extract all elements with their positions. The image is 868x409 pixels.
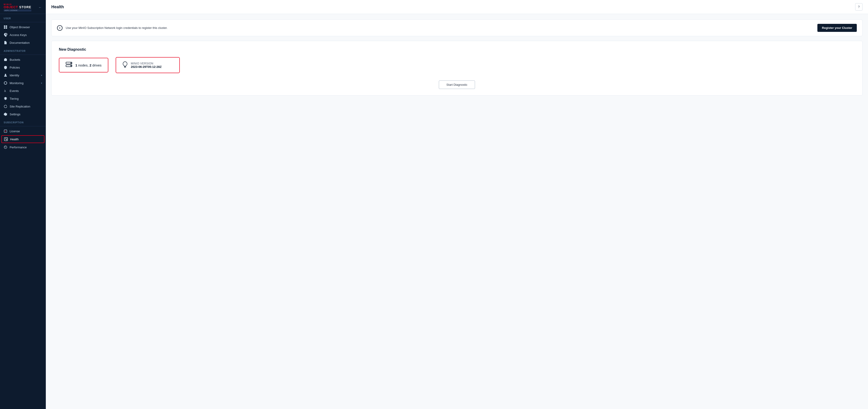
version-info: MinIO VERSION 2023-06-29T05:12:28Z [131, 62, 161, 68]
sidebar-item-identity[interactable]: Identity ▾ [0, 71, 46, 79]
chevron-down-icon: ▾ [41, 82, 42, 84]
sidebar-section-user: User [0, 14, 46, 21]
svg-rect-4 [4, 59, 7, 61]
nodes-value: 1 [75, 63, 77, 67]
grid-icon [4, 25, 7, 29]
nodes-drives-metric: 1 nodes, 2 drives [59, 58, 108, 72]
main-header: Health ? [46, 0, 868, 14]
info-banner: i Use your MinIO Subscription Network lo… [51, 20, 863, 36]
info-icon: i [57, 25, 63, 31]
key-icon [4, 33, 7, 37]
sidebar-item-label: Tiering [10, 97, 42, 100]
svg-point-16 [71, 65, 71, 66]
svg-point-12 [5, 147, 6, 147]
sidebar-item-label: Performance [10, 146, 42, 149]
sidebar-item-settings[interactable]: Settings [0, 110, 46, 118]
sync-icon [4, 105, 7, 108]
lambda-icon: λ [4, 89, 7, 93]
diagnostic-card: New Diagnostic 1 nodes, [51, 41, 863, 96]
doc-icon [4, 41, 7, 45]
sidebar-item-health[interactable]: Health [1, 135, 44, 143]
version-icon [123, 61, 128, 69]
svg-text:λ: λ [4, 89, 6, 93]
sidebar: MINIO OBJECT STORE AGPL LICENSE ← User O… [0, 0, 46, 409]
sidebar-item-license[interactable]: License [0, 127, 46, 135]
gear-icon [4, 112, 7, 116]
sidebar-item-performance[interactable]: Performance [0, 143, 46, 151]
logo-object-store: OBJECT STORE [4, 5, 31, 9]
diagnostic-metrics: 1 nodes, 2 drives [59, 57, 855, 73]
nodes-drives-text: 1 nodes, 2 drives [75, 63, 101, 67]
logo-agpl: AGPL LICENSE [4, 9, 31, 11]
sidebar-item-access-keys[interactable]: Access Keys [0, 31, 46, 39]
version-label: MinIO VERSION [131, 62, 161, 65]
shield-icon [4, 65, 7, 69]
main-body: i Use your MinIO Subscription Network lo… [46, 14, 868, 409]
bucket-icon [4, 58, 7, 61]
start-diagnostic-button[interactable]: Start Diagnostic [439, 81, 475, 89]
license-icon [4, 129, 7, 133]
page-title: Health [51, 5, 64, 9]
diagnostic-title: New Diagnostic [59, 48, 855, 52]
sidebar-item-label: Site Replication [10, 105, 42, 108]
server-icon [66, 62, 72, 68]
sidebar-item-site-replication[interactable]: Site Replication [0, 103, 46, 110]
sidebar-item-label: Access Keys [10, 33, 42, 37]
chevron-down-icon: ▾ [41, 74, 42, 77]
svg-rect-1 [6, 25, 7, 27]
chart-icon [4, 81, 7, 85]
sidebar-item-events[interactable]: λ Events [0, 87, 46, 95]
version-value: 2023-06-29T05:12:28Z [131, 65, 161, 68]
person-icon [4, 74, 7, 77]
svg-point-5 [5, 74, 6, 75]
sidebar-collapse-button[interactable]: ← [38, 5, 42, 10]
performance-icon [4, 145, 7, 149]
svg-point-6 [4, 82, 7, 84]
sidebar-section-subscription: Subscription [0, 118, 46, 125]
help-button[interactable]: ? [855, 3, 863, 10]
register-cluster-button[interactable]: Register your Cluster [817, 24, 857, 32]
svg-rect-2 [4, 27, 5, 29]
sidebar-item-label: Settings [10, 113, 42, 116]
sidebar-item-label: Monitoring [10, 81, 39, 85]
logo-text: MINIO OBJECT STORE AGPL LICENSE [4, 3, 31, 11]
svg-point-15 [71, 63, 71, 63]
sidebar-section-admin: Administrator [0, 47, 46, 54]
nodes-label: nodes, [78, 63, 89, 67]
info-banner-left: i Use your MinIO Subscription Network lo… [57, 25, 167, 31]
health-icon [4, 137, 8, 141]
sidebar-item-label: Events [10, 89, 42, 93]
main-content: Health ? i Use your MinIO Subscription N… [46, 0, 868, 409]
sidebar-item-label: License [10, 129, 42, 133]
drives-value: 2 [90, 63, 91, 67]
info-text: Use your MinIO Subscription Network logi… [66, 26, 167, 30]
sidebar-item-monitoring[interactable]: Monitoring ▾ [0, 79, 46, 87]
sidebar-item-tiering[interactable]: Tiering [0, 95, 46, 103]
sidebar-item-label: Identity [10, 74, 39, 77]
sidebar-item-label: Documentation [10, 41, 42, 45]
svg-point-9 [5, 131, 6, 132]
sidebar-item-documentation[interactable]: Documentation [0, 39, 46, 47]
svg-rect-3 [6, 27, 7, 29]
layers-icon [4, 97, 7, 100]
sidebar-logo: MINIO OBJECT STORE AGPL LICENSE ← [0, 0, 46, 14]
diagnostic-actions: Start Diagnostic [59, 81, 855, 89]
sidebar-item-label: Policies [10, 66, 42, 69]
version-metric: MinIO VERSION 2023-06-29T05:12:28Z [116, 57, 180, 73]
sidebar-item-label: Health [10, 138, 42, 141]
sidebar-item-policies[interactable]: Policies [0, 63, 46, 71]
svg-rect-0 [4, 25, 5, 27]
sidebar-item-buckets[interactable]: Buckets [0, 56, 46, 63]
sidebar-item-label: Buckets [10, 58, 42, 61]
sidebar-item-label: Object Browser [10, 25, 42, 29]
sidebar-item-object-browser[interactable]: Object Browser [0, 23, 46, 31]
drives-label: drives [92, 63, 101, 67]
